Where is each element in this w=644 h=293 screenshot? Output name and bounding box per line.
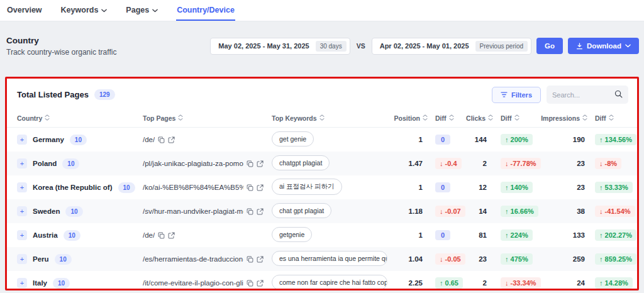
clicks-value: 144 bbox=[462, 136, 493, 143]
top-keyword-pill: chatgpt plagiat bbox=[272, 155, 330, 170]
copy-icon[interactable] bbox=[247, 208, 253, 215]
sort-icon[interactable] bbox=[319, 114, 325, 122]
tab-keywords[interactable]: Keywords bbox=[60, 0, 108, 21]
sort-icon[interactable] bbox=[45, 114, 50, 122]
clicks-diff-chip: ↑ 224% bbox=[501, 229, 533, 241]
external-link-icon[interactable] bbox=[257, 184, 264, 191]
impressions-diff-cell: ↑ 859.25% bbox=[587, 253, 626, 265]
external-link-icon[interactable] bbox=[168, 136, 175, 143]
clicks-diff-cell: ↑ 224% bbox=[493, 229, 540, 241]
clicks-value: 14 bbox=[462, 207, 493, 215]
card-header: Total Listed Pages 129 Filters bbox=[7, 79, 637, 109]
top-keyword-cell: es una herramienta ia que permite que tr… bbox=[272, 251, 394, 267]
position-diff-chip: 0 bbox=[435, 230, 450, 240]
top-navigation: Overview Keywords Pages Country/Device bbox=[0, 0, 644, 21]
top-page-cell: /de/ bbox=[143, 136, 272, 143]
compare-range-picker[interactable]: Apr 02, 2025 - May 01, 2025 Previous per… bbox=[372, 38, 531, 55]
sort-icon[interactable] bbox=[488, 114, 493, 122]
chevron-down-icon bbox=[101, 6, 107, 14]
table-row: + Peru 10 /es/herramientas-de-traduccion… bbox=[7, 247, 637, 271]
top-page-cell: /pl/jak-unikac-plagiatu-za-pomoca-ai-... bbox=[143, 160, 272, 167]
impressions-value: 190 bbox=[540, 136, 587, 143]
search-input[interactable] bbox=[552, 91, 614, 99]
clicks-diff-chip: ↑ 200% bbox=[501, 134, 533, 145]
table-row: + Germany 10 /de/ get genie 1 0 144 ↑ 20… bbox=[7, 128, 637, 152]
external-link-icon[interactable] bbox=[257, 160, 264, 167]
tab-label: Keywords bbox=[61, 6, 99, 14]
expand-row-button[interactable]: + bbox=[17, 230, 27, 240]
tab-overview[interactable]: Overview bbox=[6, 0, 43, 21]
impressions-diff-chip: ↑ 14.28% bbox=[595, 277, 633, 289]
clicks-diff-chip: ↑ 16.66% bbox=[501, 206, 538, 217]
top-keyword-cell: chatgpt plagiat bbox=[272, 155, 394, 172]
sort-icon[interactable] bbox=[449, 114, 454, 122]
header-controls: May 02, 2025 - May 31, 2025 30 days VS A… bbox=[210, 38, 639, 55]
external-link-icon[interactable] bbox=[257, 280, 264, 287]
column-header-impressions-diff[interactable]: Diff bbox=[587, 114, 626, 122]
expand-row-button[interactable]: + bbox=[17, 206, 27, 216]
table-body: + Germany 10 /de/ get genie 1 0 144 ↑ 20… bbox=[7, 128, 637, 290]
column-header-top-pages[interactable]: Top Pages bbox=[143, 114, 272, 122]
copy-icon[interactable] bbox=[158, 232, 165, 239]
title-block: Country Track country-wise organic traff… bbox=[6, 36, 116, 57]
tab-country-device[interactable]: Country/Device bbox=[176, 0, 235, 21]
clicks-diff-cell: ↑ 475% bbox=[493, 253, 540, 265]
top-keyword-pill: es una herramienta ia que permite que tr… bbox=[272, 251, 387, 266]
sort-icon[interactable] bbox=[178, 114, 183, 122]
expand-row-button[interactable]: + bbox=[17, 135, 27, 145]
copy-icon[interactable] bbox=[158, 136, 165, 143]
column-header-clicks[interactable]: Clicks bbox=[462, 114, 493, 122]
copy-icon[interactable] bbox=[247, 184, 253, 191]
column-header-position-diff[interactable]: Diff bbox=[428, 114, 462, 122]
expand-row-button[interactable]: + bbox=[17, 278, 27, 288]
external-link-icon[interactable] bbox=[168, 232, 175, 239]
table-header-row: Country Top Pages Top Keywords Position … bbox=[7, 109, 637, 128]
country-name: Peru bbox=[33, 255, 49, 263]
position-value: 1 bbox=[394, 184, 428, 191]
sort-icon[interactable] bbox=[514, 114, 519, 122]
impressions-diff-cell: ↑ 14.28% bbox=[587, 277, 626, 289]
card-title: Total Listed Pages bbox=[17, 90, 89, 99]
column-header-position[interactable]: Position bbox=[394, 114, 428, 122]
tab-pages[interactable]: Pages bbox=[125, 0, 158, 21]
sort-icon[interactable] bbox=[609, 114, 614, 122]
impressions-diff-chip: ↓ -8% bbox=[595, 158, 621, 169]
impressions-value: 259 bbox=[540, 255, 587, 263]
filters-button[interactable]: Filters bbox=[492, 87, 541, 103]
position-value: 1.18 bbox=[394, 207, 428, 215]
sort-icon[interactable] bbox=[582, 114, 587, 122]
top-page-url: /es/herramientas-de-traduccion-de-int... bbox=[143, 255, 243, 263]
column-header-top-keywords[interactable]: Top Keywords bbox=[272, 114, 394, 122]
position-diff-chip: ↑ 0.65 bbox=[435, 277, 463, 289]
copy-icon[interactable] bbox=[247, 280, 253, 287]
impressions-value: 23 bbox=[540, 184, 587, 191]
top-page-url: /de/ bbox=[143, 231, 155, 239]
expand-row-button[interactable]: + bbox=[17, 254, 27, 264]
column-header-country[interactable]: Country bbox=[17, 114, 143, 122]
external-link-icon[interactable] bbox=[257, 208, 264, 215]
expand-row-button[interactable]: + bbox=[17, 182, 27, 192]
top-page-url: /sv/hur-man-undviker-plagiat-med-ai-... bbox=[143, 207, 243, 215]
download-button[interactable]: Download bbox=[568, 38, 639, 54]
search-icon bbox=[614, 89, 623, 101]
column-header-impressions[interactable]: Impressions bbox=[540, 114, 587, 122]
column-header-clicks-diff[interactable]: Diff bbox=[493, 114, 540, 122]
impressions-diff-chip: ↑ 53.33% bbox=[595, 182, 633, 193]
country-count-badge: 10 bbox=[64, 230, 80, 241]
country-count-badge: 10 bbox=[53, 278, 70, 289]
country-cell: + Italy 10 bbox=[17, 278, 143, 289]
copy-icon[interactable] bbox=[247, 160, 253, 167]
date-range-picker[interactable]: May 02, 2025 - May 31, 2025 30 days bbox=[210, 38, 350, 55]
clicks-diff-cell: ↑ 140% bbox=[493, 182, 540, 193]
page-subtitle: Track country-wise organic traffic bbox=[6, 48, 116, 57]
copy-icon[interactable] bbox=[247, 256, 253, 263]
external-link-icon[interactable] bbox=[257, 256, 264, 263]
top-page-url: /it/come-evitare-il-plagio-con-gli-stru.… bbox=[143, 279, 243, 287]
go-button[interactable]: Go bbox=[536, 38, 563, 54]
expand-row-button[interactable]: + bbox=[17, 158, 27, 169]
country-count-badge: 10 bbox=[70, 135, 87, 145]
table-row: + Italy 10 /it/come-evitare-il-plagio-co… bbox=[7, 271, 637, 290]
position-value: 1.47 bbox=[394, 160, 428, 167]
sort-icon[interactable] bbox=[423, 114, 428, 122]
search-box bbox=[547, 86, 628, 104]
